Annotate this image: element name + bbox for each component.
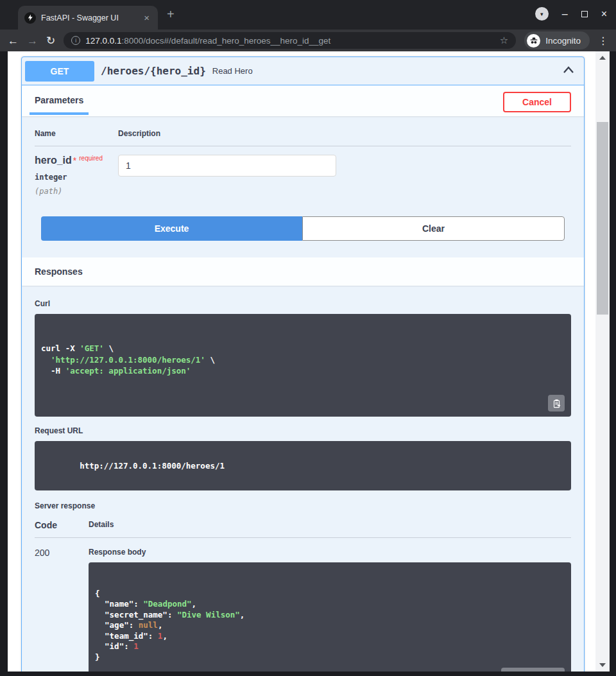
curl-label: Curl (35, 299, 571, 308)
url-text: 127.0.0.1:8000/docs#/default/read_hero_h… (85, 36, 495, 46)
column-header-details: Details (89, 520, 571, 530)
close-button[interactable]: × (601, 9, 607, 19)
collapse-chevron-icon[interactable] (562, 65, 575, 78)
response-body-actions: Download (475, 668, 565, 672)
column-header-name: Name (35, 129, 118, 138)
cancel-button[interactable]: Cancel (503, 92, 571, 112)
browser-tab[interactable]: FastAPI - Swagger UI × (18, 6, 158, 30)
titlebar: FastAPI - Swagger UI × + ▾ – × (0, 0, 616, 30)
scrollbar-thumb[interactable] (597, 122, 608, 315)
parameter-type: integer (35, 173, 118, 182)
tab-parameters[interactable]: Parameters (30, 94, 89, 115)
parameter-value-cell (118, 155, 571, 196)
maximize-button[interactable] (581, 9, 588, 19)
parameter-location: (path) (35, 187, 118, 196)
status-code: 200 (35, 548, 89, 672)
endpoint-summary: Read Hero (212, 66, 253, 76)
caret-down-icon: ▾ (540, 11, 543, 17)
parameters-table: Name Description hero_id*required intege… (22, 116, 584, 207)
scroll-down-icon[interactable] (599, 663, 606, 667)
page-scrollbar[interactable] (595, 51, 610, 672)
server-response-table-head: Code Details (35, 520, 571, 538)
execute-row: Execute Clear (41, 216, 565, 241)
site-info-icon[interactable]: i (71, 36, 80, 45)
address-bar[interactable]: i 127.0.0.1:8000/docs#/default/read_hero… (64, 32, 516, 49)
incognito-icon (527, 34, 540, 48)
back-button[interactable]: ← (8, 35, 19, 46)
copy-response-button[interactable] (475, 672, 493, 672)
parameters-header: Parameters Cancel (22, 85, 584, 116)
url-path: :8000/docs#/default/read_hero_heroes__he… (122, 36, 331, 46)
bookmark-star-icon[interactable]: ☆ (500, 35, 508, 46)
tab-title: FastAPI - Swagger UI (41, 13, 142, 22)
curl-command: curl -X 'GET' \ 'http://127.0.0.1:8000/h… (41, 343, 565, 377)
copy-curl-button[interactable] (548, 395, 565, 412)
incognito-label: Incognito (545, 36, 581, 46)
opblock-summary[interactable]: GET /heroes/{hero_id} Read Hero (22, 57, 584, 85)
parameter-name-cell: hero_id*required integer (path) (35, 155, 118, 196)
opblock-get-hero: GET /heroes/{hero_id} Read Hero Paramete… (21, 56, 585, 672)
responses-title: Responses (35, 266, 83, 277)
required-asterisk: * (73, 155, 76, 166)
new-tab-button[interactable]: + (167, 7, 175, 22)
tab-search-icon[interactable]: ▾ (535, 7, 549, 21)
url-host: 127.0.0.1 (85, 36, 121, 46)
hero-id-input[interactable] (118, 155, 336, 177)
request-url-label: Request URL (35, 426, 571, 435)
column-header-description: Description (118, 129, 160, 138)
column-header-code: Code (35, 520, 89, 530)
window-controls: ▾ – × (535, 7, 607, 21)
response-details-cell: Response body { "name": "Deadpond", "sec… (89, 548, 571, 672)
request-url-block: http://127.0.0.1:8000/heroes/1 (35, 441, 571, 490)
execute-button[interactable]: Execute (41, 216, 302, 241)
reload-button[interactable]: ↻ (46, 35, 55, 46)
parameter-name: hero_id (35, 155, 72, 166)
required-label: required (79, 155, 103, 162)
parameters-table-head: Name Description (35, 129, 571, 146)
forward-button[interactable]: → (27, 35, 38, 46)
server-response-row: 200 Response body { "name": "Deadpond", … (35, 538, 571, 672)
browser-menu-icon[interactable]: ⋮ (598, 35, 608, 47)
method-badge[interactable]: GET (25, 61, 94, 82)
tab-close-icon[interactable]: × (142, 12, 151, 23)
download-button[interactable]: Download (501, 668, 565, 672)
curl-code-block: curl -X 'GET' \ 'http://127.0.0.1:8000/h… (35, 314, 571, 417)
responses-section: Curl curl -X 'GET' \ 'http://127.0.0.1:8… (22, 286, 584, 672)
minimize-button[interactable]: – (562, 9, 568, 19)
response-body-json: { "name": "Deadpond", "secret_name": "Di… (95, 589, 565, 663)
page-viewport: GET /heroes/{hero_id} Read Hero Paramete… (8, 51, 595, 672)
parameter-row: hero_id*required integer (path) (35, 146, 571, 196)
clear-button[interactable]: Clear (302, 216, 565, 241)
incognito-badge: Incognito (524, 31, 590, 49)
scroll-up-icon[interactable] (599, 56, 606, 60)
endpoint-path: /heroes/{hero_id} (101, 65, 206, 77)
browser-toolbar: ← → ↻ i 127.0.0.1:8000/docs#/default/rea… (0, 30, 616, 51)
server-response-label: Server response (35, 501, 571, 510)
request-url-value: http://127.0.0.1:8000/heroes/1 (80, 461, 225, 471)
maximize-icon (581, 11, 588, 17)
responses-header: Responses (22, 257, 584, 286)
response-body-label: Response body (89, 548, 571, 557)
response-body-block: { "name": "Deadpond", "secret_name": "Di… (89, 562, 571, 672)
fastapi-favicon-icon (24, 12, 36, 24)
